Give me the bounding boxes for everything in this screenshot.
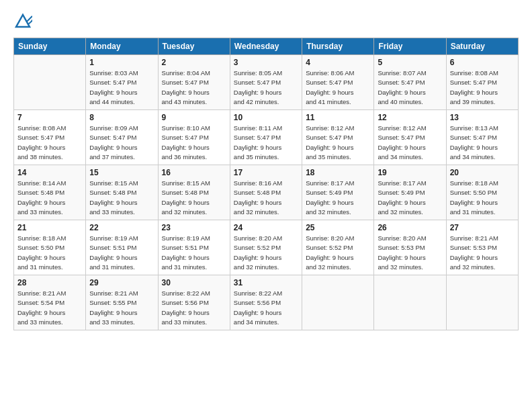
sunrise-text: Sunrise: 8:21 AM: [450, 234, 515, 243]
day-number: 18: [306, 168, 370, 177]
weekday-header-wednesday: Wednesday: [230, 38, 302, 55]
weekday-header-sunday: Sunday: [14, 38, 86, 55]
sunrise-text: Sunrise: 8:21 AM: [17, 289, 82, 298]
day-info: Sunrise: 8:15 AMSunset: 5:48 PMDaylight:…: [89, 179, 154, 217]
day-number: 8: [89, 113, 154, 122]
daylight-text-2: and 33 minutes.: [162, 318, 226, 327]
sunset-text: Sunset: 5:47 PM: [378, 78, 442, 87]
daylight-text: Daylight: 9 hours: [162, 198, 226, 208]
sunrise-text: Sunrise: 8:21 AM: [89, 289, 154, 298]
day-number: 17: [234, 168, 298, 177]
daylight-text-2: and 33 minutes.: [17, 318, 82, 327]
sunrise-text: Sunrise: 8:04 AM: [162, 68, 226, 78]
sunset-text: Sunset: 5:47 PM: [162, 78, 226, 87]
daylight-text-2: and 32 minutes.: [234, 208, 298, 217]
calendar-week-3: 14Sunrise: 8:14 AMSunset: 5:48 PMDayligh…: [14, 165, 519, 220]
calendar-cell: 1Sunrise: 8:03 AMSunset: 5:47 PMDaylight…: [86, 55, 158, 110]
daylight-text-2: and 32 minutes.: [306, 208, 370, 217]
calendar-cell: 24Sunrise: 8:20 AMSunset: 5:52 PMDayligh…: [230, 220, 302, 275]
calendar-cell: 12Sunrise: 8:12 AMSunset: 5:47 PMDayligh…: [374, 110, 446, 165]
calendar-cell: 31Sunrise: 8:22 AMSunset: 5:56 PMDayligh…: [230, 275, 302, 330]
day-number: 30: [162, 278, 226, 287]
daylight-text: Daylight: 9 hours: [450, 88, 515, 97]
daylight-text-2: and 41 minutes.: [306, 97, 370, 107]
calendar-cell: 5Sunrise: 8:07 AMSunset: 5:47 PMDaylight…: [374, 55, 446, 110]
day-info: Sunrise: 8:09 AMSunset: 5:47 PMDaylight:…: [89, 124, 154, 162]
sunrise-text: Sunrise: 8:22 AM: [234, 289, 298, 298]
daylight-text: Daylight: 9 hours: [89, 308, 154, 318]
daylight-text: Daylight: 9 hours: [234, 198, 298, 208]
sunrise-text: Sunrise: 8:16 AM: [234, 179, 298, 188]
daylight-text: Daylight: 9 hours: [17, 143, 82, 152]
day-info: Sunrise: 8:04 AMSunset: 5:47 PMDaylight:…: [162, 68, 226, 107]
sunset-text: Sunset: 5:47 PM: [450, 78, 515, 87]
daylight-text-2: and 31 minutes.: [17, 263, 82, 272]
sunrise-text: Sunrise: 8:10 AM: [162, 124, 226, 133]
day-info: Sunrise: 8:21 AMSunset: 5:53 PMDaylight:…: [450, 234, 515, 272]
daylight-text: Daylight: 9 hours: [234, 88, 298, 97]
day-info: Sunrise: 8:14 AMSunset: 5:48 PMDaylight:…: [17, 179, 82, 217]
sunrise-text: Sunrise: 8:18 AM: [450, 179, 515, 188]
daylight-text-2: and 42 minutes.: [234, 97, 298, 107]
daylight-text-2: and 35 minutes.: [306, 152, 370, 162]
calendar-cell: [446, 275, 518, 330]
sunrise-text: Sunrise: 8:22 AM: [162, 289, 226, 298]
daylight-text: Daylight: 9 hours: [162, 143, 226, 152]
day-info: Sunrise: 8:08 AMSunset: 5:47 PMDaylight:…: [450, 68, 515, 107]
calendar-cell: [374, 275, 446, 330]
day-number: 6: [450, 58, 515, 67]
day-number: 5: [378, 58, 442, 67]
sunrise-text: Sunrise: 8:17 AM: [306, 179, 370, 188]
sunset-text: Sunset: 5:51 PM: [162, 243, 226, 253]
calendar-cell: 19Sunrise: 8:17 AMSunset: 5:49 PMDayligh…: [374, 165, 446, 220]
day-number: 16: [162, 168, 226, 177]
day-number: 3: [234, 58, 298, 67]
day-info: Sunrise: 8:22 AMSunset: 5:56 PMDaylight:…: [234, 289, 298, 327]
day-info: Sunrise: 8:20 AMSunset: 5:52 PMDaylight:…: [306, 234, 370, 272]
daylight-text-2: and 31 minutes.: [89, 263, 154, 272]
day-number: 14: [17, 168, 82, 177]
calendar-week-5: 28Sunrise: 8:21 AMSunset: 5:54 PMDayligh…: [14, 275, 519, 330]
daylight-text: Daylight: 9 hours: [306, 198, 370, 208]
daylight-text: Daylight: 9 hours: [378, 198, 442, 208]
sunset-text: Sunset: 5:50 PM: [17, 243, 82, 253]
calendar-cell: 25Sunrise: 8:20 AMSunset: 5:52 PMDayligh…: [302, 220, 374, 275]
daylight-text-2: and 39 minutes.: [450, 97, 515, 107]
day-number: 21: [17, 223, 82, 232]
calendar-cell: 11Sunrise: 8:12 AMSunset: 5:47 PMDayligh…: [302, 110, 374, 165]
weekday-header-tuesday: Tuesday: [158, 38, 230, 55]
daylight-text: Daylight: 9 hours: [89, 143, 154, 152]
sunrise-text: Sunrise: 8:14 AM: [17, 179, 82, 188]
daylight-text: Daylight: 9 hours: [378, 143, 442, 152]
sunset-text: Sunset: 5:47 PM: [450, 133, 515, 142]
daylight-text-2: and 32 minutes.: [234, 263, 298, 272]
sunrise-text: Sunrise: 8:03 AM: [89, 68, 154, 78]
daylight-text: Daylight: 9 hours: [306, 88, 370, 97]
daylight-text: Daylight: 9 hours: [17, 253, 82, 263]
daylight-text-2: and 38 minutes.: [17, 152, 82, 162]
calendar-cell: 18Sunrise: 8:17 AMSunset: 5:49 PMDayligh…: [302, 165, 374, 220]
daylight-text: Daylight: 9 hours: [378, 253, 442, 263]
daylight-text: Daylight: 9 hours: [306, 253, 370, 263]
calendar-cell: 20Sunrise: 8:18 AMSunset: 5:50 PMDayligh…: [446, 165, 518, 220]
sunset-text: Sunset: 5:53 PM: [450, 243, 515, 253]
daylight-text-2: and 33 minutes.: [17, 208, 82, 217]
logo: [13, 12, 35, 31]
sunset-text: Sunset: 5:47 PM: [234, 133, 298, 142]
calendar-cell: 23Sunrise: 8:19 AMSunset: 5:51 PMDayligh…: [158, 220, 230, 275]
calendar-cell: 26Sunrise: 8:20 AMSunset: 5:53 PMDayligh…: [374, 220, 446, 275]
sunrise-text: Sunrise: 8:15 AM: [89, 179, 154, 188]
sunset-text: Sunset: 5:47 PM: [234, 78, 298, 87]
day-number: 2: [162, 58, 226, 67]
sunset-text: Sunset: 5:56 PM: [234, 298, 298, 308]
calendar-cell: 9Sunrise: 8:10 AMSunset: 5:47 PMDaylight…: [158, 110, 230, 165]
day-info: Sunrise: 8:12 AMSunset: 5:47 PMDaylight:…: [378, 124, 442, 162]
sunset-text: Sunset: 5:53 PM: [378, 243, 442, 253]
daylight-text-2: and 35 minutes.: [234, 152, 298, 162]
calendar-week-4: 21Sunrise: 8:18 AMSunset: 5:50 PMDayligh…: [14, 220, 519, 275]
sunset-text: Sunset: 5:48 PM: [162, 188, 226, 197]
daylight-text: Daylight: 9 hours: [234, 308, 298, 318]
day-info: Sunrise: 8:18 AMSunset: 5:50 PMDaylight:…: [450, 179, 515, 217]
sunrise-text: Sunrise: 8:07 AM: [378, 68, 442, 78]
calendar-cell: 30Sunrise: 8:22 AMSunset: 5:56 PMDayligh…: [158, 275, 230, 330]
